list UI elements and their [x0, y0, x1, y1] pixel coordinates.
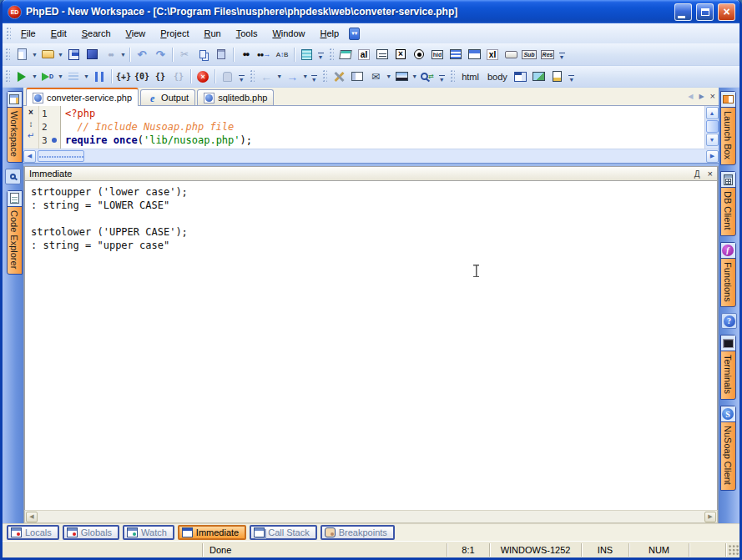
back-dropdown[interactable]: ▼	[275, 68, 283, 86]
scroll-right-icon[interactable]: ▶	[704, 512, 716, 522]
minimize-button[interactable]	[674, 3, 692, 21]
toolbar-overflow-chevron[interactable]: ▼	[437, 68, 447, 86]
scroll-down-icon[interactable]: ▼	[706, 134, 719, 146]
save-all-button[interactable]	[83, 45, 101, 63]
publish-dropdown[interactable]: ▼	[385, 68, 392, 86]
find-button[interactable]: ●●	[236, 45, 255, 63]
run-button[interactable]	[13, 68, 31, 86]
dropdown-icon[interactable]	[465, 45, 483, 63]
body-tag-button[interactable]: body	[483, 68, 512, 86]
form-window-icon[interactable]	[336, 45, 355, 63]
codepage-grid-button[interactable]	[297, 45, 315, 63]
pause-button[interactable]	[90, 68, 109, 86]
undo-button[interactable]: ↶	[133, 45, 151, 63]
menu-help[interactable]: Help	[313, 25, 347, 42]
scroll-left-icon[interactable]: ◀	[26, 512, 38, 522]
html-tag-button[interactable]: html	[457, 68, 483, 86]
new-file-button[interactable]	[13, 45, 31, 63]
scroll-thumb[interactable]	[38, 150, 84, 162]
open-file-dropdown[interactable]: ▼	[57, 45, 64, 63]
sidebar-tab-help[interactable]: ?	[721, 313, 737, 329]
breakpoint-dot[interactable]	[52, 138, 57, 143]
forward-dropdown[interactable]: ▼	[301, 68, 309, 86]
run-to-cursor-button[interactable]: {}	[169, 68, 188, 86]
toolbar-overflow-chevron[interactable]: ▼	[315, 45, 326, 63]
menu-tools[interactable]: Tools	[229, 25, 265, 42]
sidebar-tab-nusoap-client[interactable]: S NuSoap Client	[720, 406, 736, 491]
tab-scroll-left-icon[interactable]: ◀	[688, 93, 693, 100]
maximize-button[interactable]	[696, 3, 714, 21]
replace-button[interactable]: A↕B	[273, 45, 291, 63]
tab-close-icon[interactable]: ×	[710, 91, 715, 101]
scroll-left-icon[interactable]: ◀	[23, 150, 36, 163]
run-in-debugger-button[interactable]: D	[38, 68, 57, 86]
editor-vertical-scrollbar[interactable]: ▲ ▼	[704, 106, 719, 149]
editor-horizontal-scrollbar[interactable]: ◀ ▶	[23, 149, 719, 163]
tab-call-stack[interactable]: Call Stack	[250, 525, 317, 540]
scroll-thumb[interactable]	[706, 120, 719, 133]
hidden-field-icon[interactable]: hid	[428, 45, 447, 63]
run-multiple-button[interactable]	[64, 68, 83, 86]
menu-run[interactable]: Run	[197, 25, 229, 42]
editor-wrap-icon[interactable]: ↵	[28, 131, 34, 140]
tab-watch[interactable]: Watch	[123, 525, 174, 540]
sidebar-tab-search[interactable]	[5, 169, 21, 184]
account-properties-button[interactable]	[348, 68, 366, 86]
toolbar-grip[interactable]	[451, 70, 455, 83]
toolbar-grip[interactable]	[330, 48, 334, 61]
tab-scroll-right-icon[interactable]: ▶	[699, 93, 704, 100]
zoom-button[interactable]: ⇄	[418, 68, 437, 86]
sidebar-tab-workspace[interactable]: Workspace	[7, 91, 23, 163]
stop-button[interactable]: ×	[194, 68, 212, 86]
toolbar-overflow-chevron[interactable]: ▼	[557, 45, 567, 63]
publish-button[interactable]: ✉	[366, 68, 385, 86]
editor-gutter[interactable]: 1 2 3	[39, 106, 61, 149]
submit-button-icon[interactable]: Sub	[520, 45, 538, 63]
checkbox-icon[interactable]: ×	[391, 45, 410, 63]
menu-project[interactable]: Project	[153, 25, 196, 42]
save-button[interactable]	[64, 45, 83, 63]
menu-overflow-icon[interactable]: ▾▾	[349, 28, 360, 40]
listbox-icon[interactable]	[373, 45, 391, 63]
run-dropdown[interactable]: ▼	[31, 68, 38, 86]
toolbar-overflow-chevron[interactable]: ▼	[236, 68, 246, 86]
tab-globals[interactable]: Globals	[63, 525, 119, 540]
sidebar-tab-launch-box[interactable]: Launch Box	[720, 91, 736, 165]
radio-button-icon[interactable]	[410, 45, 428, 63]
run-in-debugger-dropdown[interactable]: ▼	[57, 68, 64, 86]
step-over-button[interactable]: {0}	[133, 68, 151, 86]
sidebar-tab-terminals[interactable]: Terminals	[720, 335, 736, 400]
new-file-dropdown[interactable]: ▼	[31, 45, 38, 63]
step-out-button[interactable]: {}	[151, 68, 169, 86]
pin-icon[interactable]: Д	[694, 169, 700, 179]
step-into-button[interactable]: {+}	[114, 68, 133, 86]
sidebar-tab-functions[interactable]: f Functions	[720, 242, 736, 308]
doc-tab-output[interactable]: e Output	[140, 89, 195, 105]
tab-locals[interactable]: Locals	[7, 525, 59, 540]
menu-grip[interactable]	[7, 28, 11, 40]
scroll-right-icon[interactable]: ▶	[706, 150, 719, 163]
find-next-button[interactable]: ●●→	[255, 45, 273, 63]
menu-search[interactable]: Search	[74, 25, 119, 42]
label-icon[interactable]: aI	[355, 45, 373, 63]
toolbar-grip[interactable]	[6, 70, 10, 83]
menu-window[interactable]: Window	[265, 25, 312, 42]
menu-view[interactable]: View	[119, 25, 154, 42]
editor-close-icon[interactable]: ×	[28, 108, 33, 117]
color-scheme-dropdown[interactable]: ▼	[411, 68, 418, 86]
toolbar-overflow-chevron[interactable]: ▼	[567, 68, 577, 86]
forward-button[interactable]: →	[283, 68, 301, 86]
resize-grip[interactable]	[728, 544, 739, 556]
scroll-up-icon[interactable]: ▲	[706, 107, 719, 119]
toolbar-grip[interactable]	[6, 48, 10, 61]
immediate-console[interactable]: strtoupper ('lower case'); : string = "L…	[24, 181, 718, 510]
immediate-horizontal-scrollbar[interactable]: ◀ ▶	[24, 510, 718, 523]
immediate-header[interactable]: Immediate Д ×	[24, 166, 718, 181]
doc-tab-sqlitedb[interactable]: sqlitedb.php	[197, 89, 274, 105]
panel-close-icon[interactable]: ×	[708, 169, 713, 179]
menu-edit[interactable]: Edit	[43, 25, 74, 42]
insert-image-button[interactable]	[530, 68, 548, 86]
push-button-icon[interactable]	[502, 45, 520, 63]
find-in-files-button[interactable]: ●●	[101, 45, 119, 63]
reset-button-icon[interactable]: Res	[538, 45, 557, 63]
